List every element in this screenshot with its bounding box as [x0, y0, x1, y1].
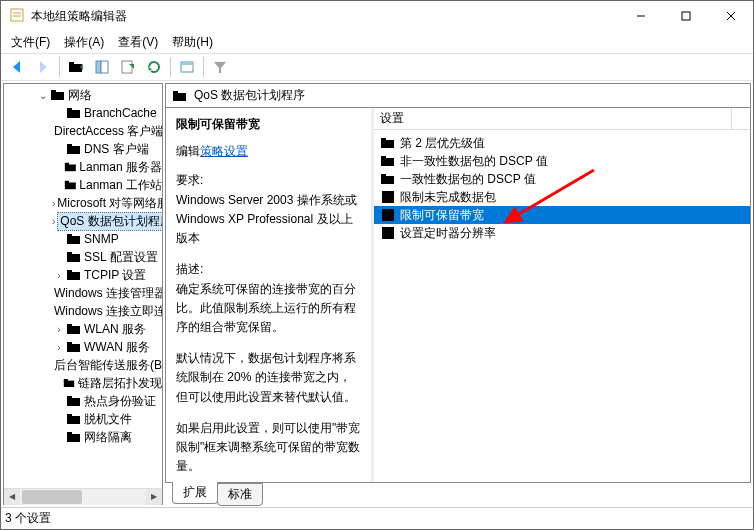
scroll-right-button[interactable]: ▶: [146, 489, 162, 505]
tree-item[interactable]: 网络隔离: [4, 428, 162, 446]
svg-marker-14: [40, 61, 47, 73]
tree-hscrollbar[interactable]: ◀ ▶: [4, 488, 162, 504]
tree-item[interactable]: Lanman 工作站: [4, 176, 162, 194]
tree-item-label: 脱机文件: [84, 411, 132, 428]
tree-item-label: Lanman 工作站: [79, 177, 162, 194]
svg-marker-23: [214, 62, 226, 73]
setting-icon: [380, 189, 396, 205]
tree-item-label: 网络隔离: [84, 429, 132, 446]
show-hide-tree-button[interactable]: [90, 56, 114, 78]
tree-scroll[interactable]: ⌄网络BranchCacheDirectAccess 客户端体验设置DNS 客户…: [4, 84, 162, 488]
tree-item-label: Windows 连接管理器: [54, 285, 162, 302]
tree-item[interactable]: ›TCPIP 设置: [4, 266, 162, 284]
filter-button[interactable]: [208, 56, 232, 78]
folder-icon: [66, 231, 82, 247]
tree-item[interactable]: 后台智能传送服务(BITS): [4, 356, 162, 374]
tree-item[interactable]: SNMP: [4, 230, 162, 248]
tree-item-label: BranchCache: [84, 106, 157, 120]
tree-item[interactable]: Windows 连接管理器: [4, 284, 162, 302]
svg-marker-13: [13, 61, 20, 73]
tree-item[interactable]: ›QoS 数据包计划程序: [4, 212, 162, 230]
list-row[interactable]: 第 2 层优先级值: [374, 134, 750, 152]
tab-extended[interactable]: 扩展: [172, 482, 218, 504]
tree-item[interactable]: DirectAccess 客户端体验设置: [4, 122, 162, 140]
folder-icon: [66, 105, 82, 121]
tree-item-label: TCPIP 设置: [84, 267, 146, 284]
path-label: QoS 数据包计划程序: [194, 87, 305, 104]
list-row[interactable]: 限制未完成数据包: [374, 188, 750, 206]
tree-item-label: QoS 数据包计划程序: [57, 212, 162, 231]
tree-item[interactable]: ›WLAN 服务: [4, 320, 162, 338]
tree-item-label: SNMP: [84, 232, 119, 246]
folder-icon: [63, 375, 76, 391]
menu-view[interactable]: 查看(V): [112, 32, 164, 53]
column-resize-handle[interactable]: [731, 108, 732, 129]
folder-icon: [66, 429, 82, 445]
desc-title: 限制可保留带宽: [176, 116, 361, 133]
list-row-label: 非一致性数据包的 DSCP 值: [400, 153, 548, 170]
tree-item[interactable]: SSL 配置设置: [4, 248, 162, 266]
folder-icon: [66, 267, 82, 283]
tree-item-label: DirectAccess 客户端体验设置: [54, 123, 162, 140]
maximize-button[interactable]: [663, 1, 708, 31]
close-button[interactable]: [708, 1, 753, 31]
tree-item-label: 后台智能传送服务(BITS): [54, 357, 162, 374]
toolbar-separator: [203, 57, 204, 77]
tree-item-label: WLAN 服务: [84, 321, 146, 338]
tree-item[interactable]: ›Microsoft 对等网络服务: [4, 194, 162, 212]
refresh-button[interactable]: [142, 56, 166, 78]
folder-icon: [66, 321, 82, 337]
list-row-label: 一致性数据包的 DSCP 值: [400, 171, 536, 188]
tree-item[interactable]: 链路层拓扑发现: [4, 374, 162, 392]
scroll-left-button[interactable]: ◀: [4, 489, 20, 505]
tab-standard[interactable]: 标准: [217, 483, 263, 506]
list-row[interactable]: 限制可保留带宽: [374, 206, 750, 224]
back-button[interactable]: [5, 56, 29, 78]
tree-chevron-icon[interactable]: ›: [52, 324, 66, 335]
window-title: 本地组策略编辑器: [31, 8, 618, 25]
toolbar: [1, 53, 753, 81]
desc-edit-prefix: 编辑: [176, 144, 200, 158]
tree-chevron-icon[interactable]: ›: [52, 198, 55, 209]
toolbar-separator: [170, 57, 171, 77]
minimize-button[interactable]: [618, 1, 663, 31]
tree-chevron-icon[interactable]: ›: [52, 270, 66, 281]
up-button[interactable]: [64, 56, 88, 78]
menu-file[interactable]: 文件(F): [5, 32, 56, 53]
tree-item[interactable]: ›WWAN 服务: [4, 338, 162, 356]
tree-item[interactable]: DNS 客户端: [4, 140, 162, 158]
list-row[interactable]: 设置定时器分辨率: [374, 224, 750, 242]
list-header-label: 设置: [380, 110, 404, 127]
list-column-header[interactable]: 设置: [374, 108, 750, 130]
path-header: QoS 数据包计划程序: [166, 84, 750, 108]
edit-policy-link[interactable]: 策略设置: [200, 144, 248, 158]
list-row[interactable]: 非一致性数据包的 DSCP 值: [374, 152, 750, 170]
folder-icon: [380, 135, 396, 151]
tree-item-label: WWAN 服务: [84, 339, 150, 356]
desc-edit: 编辑策略设置: [176, 143, 361, 160]
tree-chevron-icon[interactable]: ›: [52, 216, 55, 227]
tree-item[interactable]: 热点身份验证: [4, 392, 162, 410]
export-button[interactable]: [116, 56, 140, 78]
list-row[interactable]: 一致性数据包的 DSCP 值: [374, 170, 750, 188]
svg-rect-22: [181, 62, 193, 65]
forward-button[interactable]: [31, 56, 55, 78]
folder-icon: [66, 249, 82, 265]
tree-item[interactable]: 脱机文件: [4, 410, 162, 428]
tree-chevron-icon[interactable]: ⌄: [36, 90, 50, 101]
svg-rect-10: [682, 12, 690, 20]
menu-help[interactable]: 帮助(H): [166, 32, 219, 53]
status-bar: 3 个设置: [1, 507, 753, 529]
tree-item-label: DNS 客户端: [84, 141, 149, 158]
tree-item[interactable]: Windows 连接立即连接: [4, 302, 162, 320]
properties-button[interactable]: [175, 56, 199, 78]
tree-chevron-icon[interactable]: ›: [52, 342, 66, 353]
folder-icon: [66, 141, 82, 157]
desc-req-label: 要求:: [176, 172, 361, 189]
tree-item[interactable]: ⌄网络: [4, 86, 162, 104]
tree-item[interactable]: Lanman 服务器: [4, 158, 162, 176]
tree-item-label: 链路层拓扑发现: [78, 375, 162, 392]
tree-item-label: Windows 连接立即连接: [54, 303, 162, 320]
menu-action[interactable]: 操作(A): [58, 32, 110, 53]
tree-item[interactable]: BranchCache: [4, 104, 162, 122]
